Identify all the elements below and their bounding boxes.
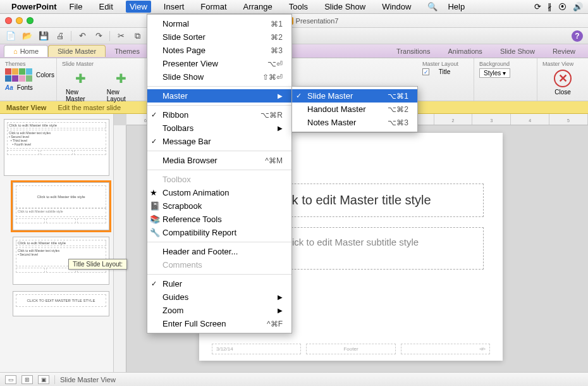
menu-insert[interactable]: Insert [160,1,188,13]
home-icon: ⌂ [13,47,18,55]
bluetooth-icon[interactable]: ∦ [548,2,552,11]
quick-access-toolbar: 📄 📂 💾 🖨 ↶ ↷ ✂ ⧉ 📋 🖌 ? [0,28,588,44]
menu-tools[interactable]: Tools [285,1,312,13]
menuitem-master[interactable]: Master▶ [147,89,291,103]
wifi-icon[interactable]: ⦿ [558,2,567,11]
window-minimize-button[interactable] [16,17,23,24]
view-menu: Normal⌘1 Slide Sorter⌘2 Notes Page⌘3 Pre… [147,14,292,333]
window-controls [5,17,34,24]
tab-home[interactable]: ⌂Home [4,45,48,57]
menuitem-custom-animation[interactable]: ★Custom Animation [147,186,291,199]
menu-format[interactable]: Format [197,1,230,13]
statusbar-text: Slide Master View [60,376,116,383]
undo-icon[interactable]: ↶ [77,30,88,42]
group-slidemaster-label: Slide Master [62,61,140,67]
menu-file[interactable]: File [66,1,87,13]
menuitem-zoom[interactable]: Zoom▶ [147,304,291,317]
menubar-status-icons: ⟳ ∦ ⦿ 🔊 [534,2,583,11]
new-master-button[interactable]: ✚ New Master [62,68,99,104]
ribbon-tabbar: ⌂Home Slide Master Themes Transitions An… [0,44,588,58]
menuitem-notes-master[interactable]: Notes Master⌥⌘3 [292,116,417,129]
menuitem-reference-tools[interactable]: 📚Reference Tools [147,213,291,226]
books-icon: 📚 [150,215,160,224]
sorter-view-button[interactable]: ⊞ [21,375,33,384]
sync-icon[interactable]: ⟳ [534,2,541,11]
thumbnail-panel[interactable]: Click to edit Master title style Click t… [0,114,114,372]
cut-icon[interactable]: ✂ [115,30,126,42]
menuitem-slideshow[interactable]: Slide Show⇧⌘⏎ [147,70,291,84]
scrapbook-icon: 📓 [150,201,160,211]
document-title: Presentation7 [296,17,339,25]
menuitem-toolbars[interactable]: Toolbars▶ [147,121,291,135]
window-zoom-button[interactable] [27,17,34,24]
submenu-arrow-icon: ▶ [259,92,283,99]
normal-view-button[interactable]: ▭ [5,375,16,384]
fonts-dropdown[interactable]: Fonts [17,84,33,91]
star-icon: ★ [150,188,157,197]
close-master-button[interactable]: ✕ Close [542,68,583,97]
thumbnail-master[interactable]: Click to edit Master title style Click t… [4,119,109,176]
menuitem-media-browser[interactable]: Media Browser^⌘M [147,154,291,167]
fonts-icon: Aa [5,84,13,91]
section-toolbox: Toolbox [147,173,291,186]
tab-transitions[interactable]: Transitions [388,46,439,57]
slidenum-placeholder[interactable]: ‹#› [401,344,490,354]
group-masterview-label: Master View [542,61,583,67]
thumbnail-title-slide-layout[interactable]: Click to edit Master title style Click t… [13,182,109,230]
statusbar: ▭ ⊞ ▣ Slide Master View [0,372,588,386]
vertical-ruler [114,125,126,372]
menuitem-slide-sorter[interactable]: Slide Sorter⌘2 [147,30,291,44]
menu-edit[interactable]: Edit [95,1,116,13]
menuitem-slide-master[interactable]: ✓Slide Master⌥⌘1 [292,89,417,103]
close-icon: ✕ [554,70,572,87]
redo-icon[interactable]: ↷ [93,30,104,42]
thumbnail-layout-3[interactable]: CLICK TO EDIT MASTER TITLE STYLE [13,291,109,316]
tab-review[interactable]: Review [544,46,584,57]
menuitem-header-footer[interactable]: Header and Footer... [147,245,291,258]
tab-slideshow[interactable]: Slide Show [491,46,544,57]
check-icon: ✓ [151,137,157,146]
new-layout-button[interactable]: ✚ New Layout [103,68,140,104]
menuitem-notes-page[interactable]: Notes Page⌘3 [147,44,291,57]
styles-dropdown[interactable]: Styles ▾ [479,68,510,78]
main-area: Click to edit Master title style Click t… [0,114,588,372]
menu-help[interactable]: Help [444,1,469,13]
new-master-icon: ✚ [71,70,89,87]
copy-icon[interactable]: ⧉ [132,30,143,42]
title-checkbox[interactable]: ✓ [422,68,429,75]
tab-themes[interactable]: Themes [106,46,149,57]
menuitem-ribbon[interactable]: ✓Ribbon⌥⌘R [147,108,291,121]
tab-animations[interactable]: Animations [439,46,491,57]
colors-dropdown[interactable]: Colors [36,72,54,78]
volume-icon[interactable]: 🔊 [573,2,583,11]
date-placeholder[interactable]: 3/12/14 [212,344,301,354]
submenu-arrow-icon: ▶ [259,294,283,301]
menuitem-presenter-view[interactable]: Presenter View⌥⏎ [147,57,291,70]
menu-window[interactable]: Window [378,1,415,13]
menuitem-fullscreen[interactable]: Enter Full Screen^⌘F [147,317,291,330]
slideshow-view-button[interactable]: ▣ [38,375,49,384]
menuitem-message-bar[interactable]: ✓Message Bar [147,135,291,148]
footer-placeholder[interactable]: Footer [306,344,395,354]
save-icon[interactable]: 💾 [38,30,49,42]
new-layout-icon: ✚ [113,70,130,87]
menu-slideshow[interactable]: Slide Show [321,1,369,13]
app-name[interactable]: PowerPoint [11,2,57,11]
menuitem-ruler[interactable]: ✓Ruler [147,277,291,290]
menuitem-compatibility-report[interactable]: 🔧Compatibility Report [147,226,291,239]
check-icon: ✓ [296,92,302,100]
menuitem-handout-master[interactable]: Handout Master⌥⌘2 [292,103,417,116]
open-file-icon[interactable]: 📂 [21,30,33,42]
menuitem-scrapbook[interactable]: 📓Scrapbook [147,199,291,213]
theme-colors-swatch[interactable] [5,68,32,82]
print-icon[interactable]: 🖨 [54,30,66,42]
menu-view[interactable]: View [126,1,151,13]
tab-slide-master[interactable]: Slide Master [48,45,106,57]
window-close-button[interactable] [5,17,12,24]
new-file-icon[interactable]: 📄 [5,30,16,42]
menu-arrange[interactable]: Arrange [240,1,276,13]
help-icon[interactable]: ? [572,30,583,42]
menuitem-guides[interactable]: Guides▶ [147,290,291,304]
menuitem-normal[interactable]: Normal⌘1 [147,17,291,30]
check-icon: ✓ [151,111,157,119]
